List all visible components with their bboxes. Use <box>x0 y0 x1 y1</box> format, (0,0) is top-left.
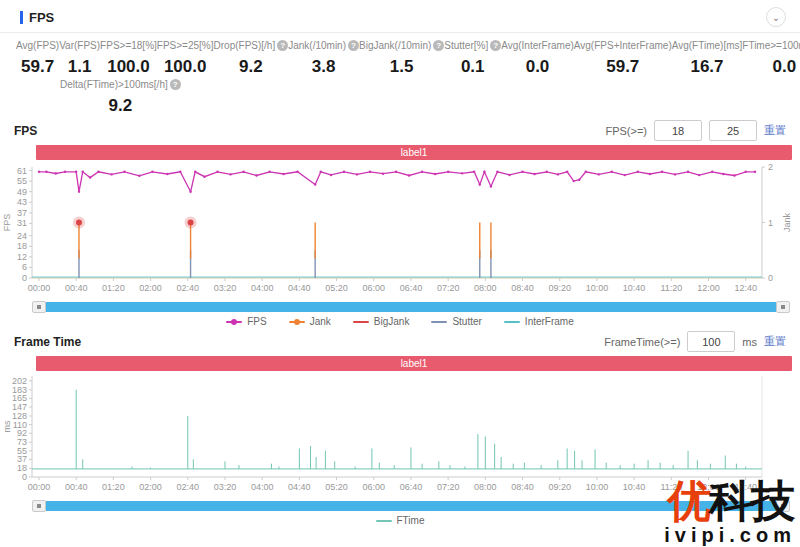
fps-chart[interactable]: 61554943373124181260210FPSJank00:0000:40… <box>0 160 796 300</box>
svg-text:Jank: Jank <box>782 212 792 232</box>
info-icon[interactable]: ? <box>170 79 181 90</box>
legend-item-stutter[interactable]: Stutter <box>431 316 481 327</box>
svg-text:10:00: 10:00 <box>586 283 609 293</box>
svg-text:61: 61 <box>17 166 27 176</box>
title-accent-bar <box>20 11 23 24</box>
page-title: FPS <box>20 10 54 25</box>
fps-chart-label-banner: label1 <box>36 145 792 160</box>
collapse-section-button[interactable]: ⌄ <box>766 7 786 27</box>
svg-text:ms: ms <box>2 420 12 432</box>
metric-stutter-: Stutter[%]?0.1 <box>444 40 501 77</box>
svg-text:09:20: 09:20 <box>548 283 571 293</box>
metric-label: FPS>=25[%] <box>157 40 214 51</box>
fps-metrics-row-2: Delta(FTime)>100ms[/h]?9.2 <box>0 77 800 116</box>
svg-text:06:00: 06:00 <box>362 482 385 492</box>
fps-scrollbar-track[interactable] <box>46 302 776 312</box>
metric-label: Avg(FPS) <box>16 40 59 51</box>
metric-delta-ftime-100ms-h-: Delta(FTime)>100ms[/h]?9.2 <box>60 79 181 116</box>
svg-text:1: 1 <box>768 218 773 228</box>
svg-text:10:00: 10:00 <box>586 482 609 492</box>
svg-text:02:40: 02:40 <box>177 482 200 492</box>
svg-text:00:00: 00:00 <box>28 283 51 293</box>
metric-value: 100.0 <box>157 57 214 77</box>
watermark-url-text: ivipi.com <box>664 525 796 545</box>
legend-marker-icon <box>504 318 520 325</box>
fps-threshold-input-1[interactable] <box>654 120 702 141</box>
info-icon[interactable]: ? <box>490 40 501 51</box>
frametime-section-title: Frame Time <box>14 335 81 349</box>
svg-text:12:40: 12:40 <box>734 482 757 492</box>
metric-value: 9.2 <box>214 57 289 77</box>
fps-section-head: FPS FPS(>=) 重置 <box>0 116 800 144</box>
svg-text:12:40: 12:40 <box>734 283 757 293</box>
metric-label: FTime>=100ms[%] <box>742 40 800 51</box>
svg-text:03:20: 03:20 <box>214 482 237 492</box>
frametime-scrollbar-left-handle[interactable] <box>32 500 46 512</box>
svg-text:03:20: 03:20 <box>214 283 237 293</box>
page-title-text: FPS <box>29 10 54 25</box>
fps-reset-link[interactable]: 重置 <box>764 123 786 138</box>
metric-label: Jank(/10min)? <box>288 40 359 51</box>
info-icon[interactable]: ? <box>348 40 359 51</box>
legend-item-jank[interactable]: Jank <box>289 316 331 327</box>
frametime-scrollbar-track[interactable] <box>46 501 776 511</box>
metric-avg-fps-: Avg(FPS)59.7 <box>16 40 59 77</box>
handle-grip-icon <box>781 504 785 508</box>
fps-chart-section: FPS FPS(>=) 重置 label1 615549433731241812… <box>0 116 800 327</box>
legend-label: BigJank <box>374 316 410 327</box>
metric-avg-interframe-: Avg(InterFrame)0.0 <box>501 40 574 77</box>
metric-label: BigJank(/10min)? <box>359 40 444 51</box>
metric-value: 3.8 <box>288 57 359 77</box>
svg-text:06:40: 06:40 <box>400 482 423 492</box>
svg-text:07:20: 07:20 <box>437 283 460 293</box>
fps-threshold-label: FPS(>=) <box>605 125 647 137</box>
metric-label: Avg(InterFrame) <box>501 40 574 51</box>
frametime-chart[interactable]: 20218316514712811092735537180ms00:0000:4… <box>0 371 796 499</box>
legend-label: Jank <box>310 316 331 327</box>
svg-text:2: 2 <box>768 162 773 172</box>
frametime-scrollbar-right-handle[interactable] <box>776 500 790 512</box>
svg-text:00:40: 00:40 <box>65 482 88 492</box>
svg-text:04:40: 04:40 <box>288 283 311 293</box>
svg-text:18: 18 <box>17 241 27 251</box>
svg-text:0: 0 <box>22 273 27 283</box>
frametime-chart-legend: FTime <box>0 515 800 526</box>
metric-drop-fps-h-: Drop(FPS)[/h]?9.2 <box>214 40 289 77</box>
svg-text:06:40: 06:40 <box>400 283 423 293</box>
frametime-chart-section: Frame Time FrameTime(>=) ms 重置 label1 20… <box>0 327 800 526</box>
legend-item-ftime[interactable]: FTime <box>376 515 425 526</box>
legend-marker-icon <box>289 318 305 325</box>
svg-text:04:00: 04:00 <box>251 482 274 492</box>
svg-text:10:40: 10:40 <box>623 482 646 492</box>
metric-label: Stutter[%]? <box>444 40 501 51</box>
frametime-threshold-input[interactable] <box>687 331 735 352</box>
svg-text:05:20: 05:20 <box>325 482 348 492</box>
svg-text:11:20: 11:20 <box>660 283 682 293</box>
legend-item-bigjank[interactable]: BigJank <box>353 316 410 327</box>
metric-value: 16.7 <box>672 57 743 77</box>
metric-value: 59.7 <box>574 57 672 77</box>
info-icon[interactable]: ? <box>433 40 444 51</box>
fps-threshold-controls: FPS(>=) 重置 <box>605 120 786 141</box>
fps-metrics-row: Avg(FPS)59.7Var(FPS)1.1FPS>=18[%]100.0FP… <box>0 33 800 77</box>
metric-value: 0.0 <box>501 57 574 77</box>
legend-label: Stutter <box>452 316 481 327</box>
legend-marker-icon <box>226 318 242 325</box>
fps-scrollbar-right-handle[interactable] <box>776 301 790 313</box>
fps-banner-text: label1 <box>401 147 428 158</box>
metric-value: 59.7 <box>16 57 59 77</box>
svg-text:43: 43 <box>17 197 27 207</box>
info-icon[interactable]: ? <box>277 40 288 51</box>
fps-threshold-input-2[interactable] <box>709 120 757 141</box>
fps-scrollbar-left-handle[interactable] <box>32 301 46 313</box>
frametime-chart-scrollbar <box>32 500 790 512</box>
legend-item-interframe[interactable]: InterFrame <box>504 316 574 327</box>
legend-item-fps[interactable]: FPS <box>226 316 266 327</box>
handle-grip-icon <box>37 305 41 309</box>
metric-bigjank-10min-: BigJank(/10min)?1.5 <box>359 40 444 77</box>
svg-text:01:20: 01:20 <box>102 482 125 492</box>
svg-text:0: 0 <box>768 273 773 283</box>
metric-label: Delta(FTime)>100ms[/h]? <box>60 79 181 90</box>
frametime-reset-link[interactable]: 重置 <box>764 334 786 349</box>
handle-grip-icon <box>781 305 785 309</box>
